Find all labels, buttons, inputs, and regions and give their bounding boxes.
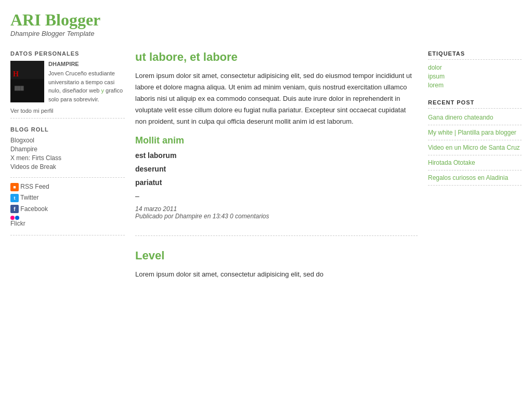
etiqueta-link[interactable]: dolor <box>428 64 442 71</box>
recent-post-title: RECENT POST <box>428 99 522 109</box>
site-header: ARI Blogger Dhampire Blogger Template <box>10 5 522 40</box>
post-subheading: deserunt <box>135 165 418 173</box>
post: LevelLorem ipsum dolor sit amet, consect… <box>135 249 418 280</box>
profile-name: DHAMPIRE <box>48 61 125 67</box>
datos-personales-title: DATOS PERSONALES <box>10 50 125 57</box>
post-title: ut labore, et labore <box>135 50 418 64</box>
profile-desc-link[interactable]: y <box>101 87 105 94</box>
post-divider <box>135 235 418 236</box>
profile-image: H ▓▓▓ <box>10 61 44 102</box>
twitter-icon: t <box>10 194 19 202</box>
social-link-item: Flickr <box>10 216 125 227</box>
profile-desc: Joven Cruceño estudiante universitario a… <box>48 69 125 103</box>
site-subtitle: Dhampire Blogger Template <box>10 30 522 37</box>
recent-post-item: Video en un Micro de Santa Cruz <box>428 143 522 155</box>
recent-post-item: Hirotada Ototake <box>428 158 522 170</box>
social-link-item: t Twitter <box>10 194 125 202</box>
social-link[interactable]: t Twitter <box>10 194 38 202</box>
blog-roll-link[interactable]: X men: Firts Class <box>10 154 61 162</box>
etiquetas-list: doloripsumlorem <box>428 64 522 89</box>
recent-post-link[interactable]: Gana dinero chateando <box>428 114 493 121</box>
post-subheading: Mollit anim <box>135 135 418 146</box>
blog-roll-item: Videos de Break <box>10 163 125 170</box>
social-link-item: f Facebook <box>10 205 125 213</box>
blog-roll-link[interactable]: Videos de Break <box>10 163 56 170</box>
blog-roll-link[interactable]: Dhampire <box>10 146 37 153</box>
etiqueta-link[interactable]: lorem <box>428 82 444 89</box>
post-date: 14 marzo 2011 <box>135 205 418 213</box>
main-content: ut labore, et laboreLorem ipsum dolor si… <box>135 50 418 296</box>
post: ut labore, et laboreLorem ipsum dolor si… <box>135 50 418 220</box>
post-body: Lorem ipsum dolor sit amet, consectetur … <box>135 70 418 127</box>
social-link-item: ■ RSS Feed <box>10 183 125 191</box>
blog-roll-link[interactable]: Blogxool <box>10 137 34 144</box>
etiqueta-item: dolor <box>428 64 522 71</box>
recent-post-link[interactable]: Video en un Micro de Santa Cruz <box>428 144 520 151</box>
rss-icon: ■ <box>10 183 19 191</box>
recent-post-item: My white | Plantilla para blogger <box>428 128 522 140</box>
blog-roll-list: BlogxoolDhampireX men: Firts ClassVideos… <box>10 137 125 178</box>
social-links-list: ■ RSS Feedt Twitterf Facebook Flickr <box>10 183 125 235</box>
right-sidebar: ETIQUETAS doloripsumlorem RECENT POST Ga… <box>428 50 522 296</box>
social-link[interactable]: Flickr <box>10 216 25 227</box>
view-profile-link[interactable]: Ver todo mi perfil <box>10 108 125 119</box>
blog-roll-title: BLOG ROLL <box>10 126 125 133</box>
facebook-icon: f <box>10 205 19 213</box>
recent-post-link[interactable]: My white | Plantilla para blogger <box>428 129 516 136</box>
post-subheading: est laborum <box>135 151 418 160</box>
recent-post-link[interactable]: Hirotada Ototake <box>428 159 475 166</box>
svg-rect-2 <box>10 79 44 102</box>
svg-text:▓▓▓: ▓▓▓ <box>15 86 24 91</box>
social-link[interactable]: ■ RSS Feed <box>10 183 49 191</box>
post-subheading: pariatut <box>135 178 418 187</box>
recent-post-item: Gana dinero chateando <box>428 113 522 125</box>
svg-text:H: H <box>13 70 19 78</box>
post-title: Level <box>135 249 418 262</box>
left-sidebar: DATOS PERSONALES H ▓▓▓ DHAMPIRE <box>10 50 125 296</box>
site-title: ARI Blogger <box>10 10 522 30</box>
post-body: Lorem ipsum dolor sit amet, consectetur … <box>135 269 418 280</box>
recent-post-list: Gana dinero chateandoMy white | Plantill… <box>428 113 522 186</box>
profile-info: DHAMPIRE Joven Cruceño estudiante univer… <box>48 61 125 103</box>
post-meta: Publicado por Dhampire en 13:43 0 coment… <box>135 213 418 220</box>
blog-roll-item: X men: Firts Class <box>10 154 125 162</box>
etiquetas-title: ETIQUETAS <box>428 50 522 60</box>
social-link[interactable]: f Facebook <box>10 205 48 213</box>
flickr-icon <box>10 216 25 220</box>
etiqueta-link[interactable]: ipsum <box>428 73 445 80</box>
recent-post-item: Regalos curiosos en Aladinia <box>428 173 522 186</box>
recent-post-link[interactable]: Regalos curiosos en Aladinia <box>428 174 508 181</box>
blog-roll-item: Dhampire <box>10 146 125 153</box>
etiqueta-item: lorem <box>428 82 522 89</box>
profile-block: H ▓▓▓ DHAMPIRE Joven Cruceño estudiante … <box>10 61 125 103</box>
etiqueta-item: ipsum <box>428 73 522 80</box>
post-subheading: – <box>135 192 418 200</box>
blog-roll-item: Blogxool <box>10 137 125 144</box>
